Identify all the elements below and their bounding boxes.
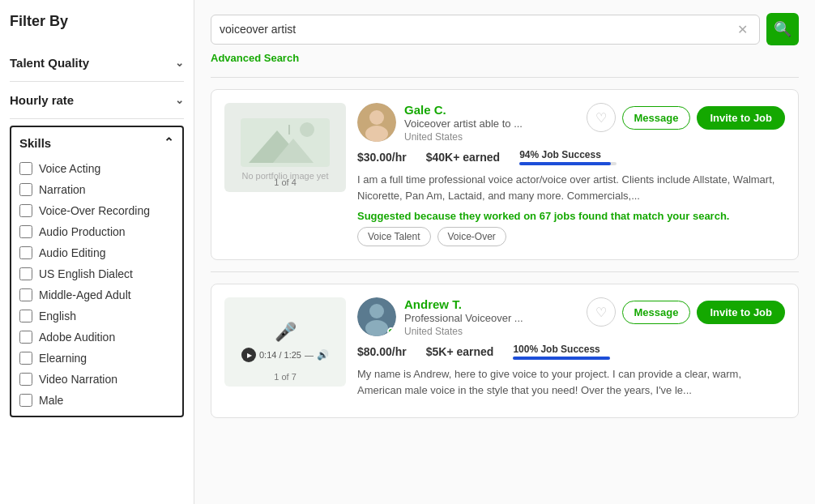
job-success-label-1: 94% Job Success — [519, 149, 617, 160]
suggested-jobs-1: 67 jobs found that match your search. — [540, 210, 730, 222]
freelancer-card-2: 🎤 ▶ 0:14 / 1:25 — 🔊 1 of 7 — [211, 284, 799, 418]
main-content: ✕ 🔍 Advanced Search No portfolio image y… — [194, 0, 815, 504]
card-info-2: Andrew T. Professional Voiceover ... Uni… — [404, 297, 578, 337]
card-stats-1: $30.00/hr $40K+ earned 94% Job Success — [357, 149, 785, 165]
skills-label: Skills — [19, 136, 51, 150]
portfolio-count-1: 1 of 4 — [224, 177, 346, 187]
skill-item-1: Narration — [19, 179, 174, 200]
skill-label-1: Narration — [39, 183, 86, 196]
card-info-1: Gale C. Voiceover artist able to ... Uni… — [404, 103, 578, 143]
progress-bar-1 — [519, 162, 617, 165]
skill-checkbox-7[interactable] — [19, 310, 32, 322]
volume-icon[interactable]: 🔊 — [317, 349, 329, 361]
skill-checkbox-5[interactable] — [19, 267, 32, 280]
skill-item-9: Elearning — [19, 348, 174, 369]
skill-checkbox-3[interactable] — [19, 225, 32, 238]
job-success-label-2: 100% Job Success — [513, 344, 610, 355]
online-indicator-2 — [387, 327, 395, 335]
hourly-rate-header[interactable]: Hourly rate ⌄ — [10, 93, 184, 107]
svg-point-1 — [300, 122, 314, 137]
search-button[interactable]: 🔍 — [766, 13, 799, 45]
skill-item-6: Middle-Aged Adult — [19, 284, 174, 305]
avatar-2 — [357, 297, 396, 336]
tags-1: Voice Talent Voice-Over — [357, 227, 785, 246]
card-description-2: My name is Andrew, here to give voice to… — [357, 366, 785, 398]
skill-label-0: Voice Acting — [39, 162, 100, 175]
skill-checkbox-10[interactable] — [19, 373, 32, 386]
search-clear-icon[interactable]: ✕ — [737, 22, 748, 37]
favorite-button-2[interactable]: ♡ — [587, 297, 616, 327]
hourly-rate-section: Hourly rate ⌄ — [10, 82, 184, 119]
talent-quality-label: Talent Quality — [10, 56, 89, 70]
progress-fill-1 — [519, 162, 611, 165]
skill-checkbox-8[interactable] — [19, 331, 32, 344]
skill-checkbox-6[interactable] — [19, 288, 32, 301]
skill-item-11: Male — [19, 390, 174, 411]
search-input[interactable] — [220, 23, 737, 36]
freelancer-card-1: No portfolio image yet 1 of 4 Gale C. Vo… — [211, 89, 799, 260]
skill-item-10: Video Narration — [19, 369, 174, 390]
sidebar-title: Filter By — [10, 13, 184, 30]
skill-label-10: Video Narration — [39, 373, 117, 386]
skill-label-3: Audio Production — [39, 225, 126, 238]
rate-1: $30.00/hr — [357, 151, 407, 164]
audio-dash: — — [305, 350, 314, 360]
card-top-1: Gale C. Voiceover artist able to ... Uni… — [357, 103, 785, 143]
divider-2 — [211, 271, 799, 272]
card-top-2: Andrew T. Professional Voiceover ... Uni… — [357, 297, 785, 337]
skill-label-7: English — [39, 310, 76, 322]
skill-item-3: Audio Production — [19, 221, 174, 242]
skill-label-9: Elearning — [39, 352, 87, 365]
skills-section: Skills ⌃ Voice ActingNarrationVoice-Over… — [10, 126, 184, 417]
message-button-1[interactable]: Message — [622, 106, 691, 130]
card-actions-2: ♡ Message Invite to Job — [587, 297, 785, 327]
freelancer-name-2[interactable]: Andrew T. — [404, 297, 578, 311]
skill-checkbox-2[interactable] — [19, 204, 32, 217]
advanced-search-link[interactable]: Advanced Search — [211, 52, 799, 64]
progress-bar-2 — [513, 357, 610, 360]
skill-item-0: Voice Acting — [19, 158, 174, 179]
skill-checkbox-1[interactable] — [19, 183, 32, 196]
skill-item-8: Adobe Audition — [19, 327, 174, 348]
portfolio-audio-2: 🎤 ▶ 0:14 / 1:25 — 🔊 1 of 7 — [224, 297, 346, 387]
freelancer-title-2: Professional Voiceover ... — [404, 312, 578, 324]
skills-collapse-icon[interactable]: ⌃ — [164, 135, 174, 150]
card-stats-2: $80.00/hr $5K+ earned 100% Job Success — [357, 344, 785, 360]
freelancer-location-2: United States — [404, 326, 578, 337]
job-success-2: 100% Job Success — [513, 344, 610, 360]
card-content-1: Gale C. Voiceover artist able to ... Uni… — [357, 103, 785, 246]
skill-checkbox-9[interactable] — [19, 352, 32, 365]
skill-checkbox-11[interactable] — [19, 394, 32, 407]
skill-checkbox-4[interactable] — [19, 246, 32, 259]
suggested-prefix-1: Suggested because they worked on — [357, 210, 536, 222]
talent-quality-header[interactable]: Talent Quality ⌄ — [10, 56, 184, 70]
invite-button-1[interactable]: Invite to Job — [697, 106, 785, 130]
message-button-2[interactable]: Message — [622, 301, 691, 324]
skill-label-6: Middle-Aged Adult — [39, 288, 131, 301]
skill-item-5: US English Dialect — [19, 263, 174, 284]
rate-2: $80.00/hr — [357, 345, 407, 358]
card-description-1: I am a full time professional voice acto… — [357, 172, 785, 203]
search-bar: ✕ — [211, 15, 760, 45]
suggested-text-1: Suggested because they worked on 67 jobs… — [357, 210, 785, 222]
skill-label-8: Adobe Audition — [39, 331, 115, 344]
talent-quality-section: Talent Quality ⌄ — [10, 45, 184, 82]
freelancer-name-1[interactable]: Gale C. — [404, 103, 578, 117]
invite-button-2[interactable]: Invite to Job — [697, 301, 785, 324]
audio-time-2: 0:14 / 1:25 — [259, 350, 301, 360]
svg-point-9 — [369, 304, 384, 318]
favorite-button-1[interactable]: ♡ — [587, 103, 616, 132]
skill-label-5: US English Dialect — [39, 267, 133, 280]
tag-voice-talent[interactable]: Voice Talent — [357, 227, 431, 246]
freelancer-title-1: Voiceover artist able to ... — [404, 117, 578, 130]
play-button-2[interactable]: ▶ — [241, 348, 256, 362]
search-icon: 🔍 — [774, 20, 792, 38]
skill-checkbox-0[interactable] — [19, 162, 32, 175]
play-icon: ▶ — [247, 352, 252, 359]
job-success-1: 94% Job Success — [519, 149, 617, 165]
skill-label-11: Male — [39, 394, 63, 407]
tag-voice-over[interactable]: Voice-Over — [437, 227, 506, 246]
svg-point-10 — [365, 320, 388, 336]
hourly-rate-chevron-icon: ⌄ — [175, 94, 184, 106]
avatar-1 — [357, 103, 396, 142]
